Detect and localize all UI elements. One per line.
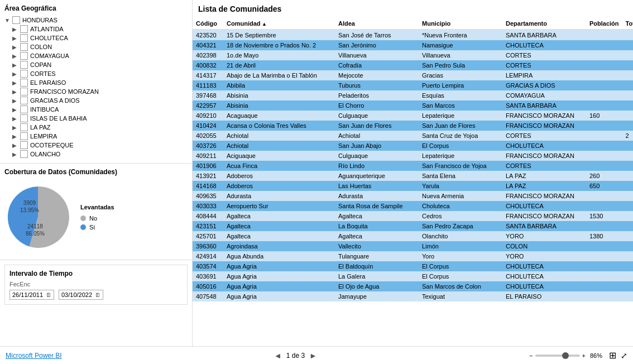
communities-table-container[interactable]: Código Comunidad Aldea Municipio Departa… bbox=[193, 18, 633, 346]
tree-item-la-paz[interactable]: ▶ LA PAZ bbox=[12, 123, 188, 132]
table-row[interactable]: 408444 Agalteca Agalteca Cedros FRANCISC… bbox=[193, 211, 633, 221]
tree-checkbox-item[interactable] bbox=[20, 141, 28, 149]
tree-item-el-paraiso[interactable]: ▶ EL PARAISO bbox=[12, 78, 188, 87]
col-departamento[interactable]: Departamento bbox=[502, 18, 586, 30]
table-row[interactable]: 402055 Achiotal Achiotal Santa Cruz de Y… bbox=[193, 131, 633, 141]
col-aldea[interactable]: Aldea bbox=[335, 18, 419, 30]
calendar-from-icon[interactable]: 🗓 bbox=[46, 292, 51, 298]
table-row[interactable]: 401906 Acua Finca Río Lindo San Francisc… bbox=[193, 161, 633, 171]
table-row[interactable]: 423520 15 De Septiembre San José de Tarr… bbox=[193, 30, 633, 40]
tree-checkbox-item[interactable] bbox=[20, 43, 28, 51]
tree-item-olancho[interactable]: ▶ OLANCHO bbox=[12, 150, 188, 159]
power-bi-link[interactable]: Microsoft Power BI bbox=[6, 352, 62, 360]
table-row[interactable]: 403691 Agua Agria La Galera El Corpus CH… bbox=[193, 271, 633, 281]
tree-item-atlantida[interactable]: ▶ ATLANTIDA bbox=[12, 25, 188, 33]
tree-checkbox-item[interactable] bbox=[20, 106, 28, 113]
tree-label-item: COMAYAGUA bbox=[30, 52, 69, 59]
table-row[interactable]: 413921 Adoberos Aguanqueterique Santa El… bbox=[193, 171, 633, 181]
table-row[interactable]: 414168 Adoberos Las Huertas Yarula LA PA… bbox=[193, 181, 633, 191]
date-from-input[interactable]: 26/11/2011 🗓 bbox=[9, 290, 54, 300]
cell-departamento: LA PAZ bbox=[502, 181, 586, 191]
tree-checkbox-item[interactable] bbox=[20, 97, 28, 104]
table-row[interactable]: 405016 Agua Agria El Ojo de Agua San Mar… bbox=[193, 281, 633, 291]
tree-item-colon[interactable]: ▶ COLON bbox=[12, 42, 188, 51]
table-row[interactable]: 410424 Acansa o Colonia Tres Valles San … bbox=[193, 121, 633, 131]
expand-icon[interactable]: ⊞ bbox=[609, 350, 616, 361]
tree-item-cortes[interactable]: ▶ CORTES bbox=[12, 69, 188, 78]
cell-aldea: Cofradía bbox=[335, 60, 419, 70]
tree-checkbox-item[interactable] bbox=[20, 34, 28, 42]
col-comunidad[interactable]: Comunidad bbox=[223, 18, 335, 30]
cell-codigo: 397468 bbox=[193, 90, 223, 100]
col-poblacion[interactable]: Población bbox=[586, 18, 622, 30]
table-row[interactable]: 414317 Abajo de La Marimba o El Tablón M… bbox=[193, 70, 633, 80]
tree-checkbox-item[interactable] bbox=[20, 52, 28, 60]
tree-checkbox-item[interactable] bbox=[20, 25, 28, 33]
zoom-slider[interactable] bbox=[535, 355, 580, 357]
cell-comunidad: Agua Agria bbox=[223, 291, 335, 301]
tree-item-gracias-a-dios[interactable]: ▶ GRACIAS A DIOS bbox=[12, 96, 188, 105]
calendar-to-icon[interactable]: 🗓 bbox=[95, 292, 100, 298]
table-row[interactable]: 403033 Aeropuerto Sur Santa Rosa de Samp… bbox=[193, 201, 633, 211]
table-row[interactable]: 396360 Agroindasa Vallecito Limón COLON bbox=[193, 241, 633, 251]
cell-poblacion bbox=[586, 251, 622, 261]
tree-item-copan[interactable]: ▶ COPAN bbox=[12, 60, 188, 69]
table-row[interactable]: 425701 Agalteca Agalteca Olanchito YORO … bbox=[193, 231, 633, 241]
cell-departamento: FRANCISCO MORAZAN bbox=[502, 211, 586, 221]
tree-checkbox-item[interactable] bbox=[20, 61, 28, 69]
col-municipio[interactable]: Municipio bbox=[419, 18, 502, 30]
prev-page-btn[interactable]: ◄ bbox=[274, 351, 282, 360]
table-row[interactable]: 403574 Agua Agria El Baldoquín El Corpus… bbox=[193, 261, 633, 271]
cell-poblacion bbox=[586, 191, 622, 201]
cell-codigo: 414317 bbox=[193, 70, 223, 80]
next-page-btn[interactable]: ► bbox=[309, 351, 317, 360]
zoom-plus-btn[interactable]: + bbox=[582, 352, 586, 359]
tree-root-honduras[interactable]: ▼ HONDURAS bbox=[4, 16, 188, 25]
cell-municipio: El Corpus bbox=[419, 271, 502, 281]
tree-item-choluteca[interactable]: ▶ CHOLUTECA bbox=[12, 33, 188, 42]
tree-checkbox-honduras[interactable] bbox=[12, 16, 20, 24]
date-to-input[interactable]: 03/10/2022 🗓 bbox=[59, 290, 103, 300]
table-row[interactable]: 404321 18 de Noviembre o Prados No. 2 Sa… bbox=[193, 40, 633, 50]
tree-checkbox-item[interactable] bbox=[20, 79, 28, 87]
table-row[interactable]: 403726 Achiotal San Juan Abajo El Corpus… bbox=[193, 141, 633, 151]
table-row[interactable]: 424914 Agua Abunda Tulanguare Yoro YORO bbox=[193, 251, 633, 261]
table-row[interactable]: 411183 Abibila Tuburus Puerto Lempira GR… bbox=[193, 80, 633, 90]
table-row[interactable]: 409210 Acaguaque Culguaque Lepaterique F… bbox=[193, 111, 633, 121]
table-row[interactable]: 423151 Agalteca La Boquita San Pedro Zac… bbox=[193, 221, 633, 231]
tree-arrow-item: ▶ bbox=[12, 26, 20, 32]
cell-tot bbox=[622, 231, 633, 241]
cell-poblacion bbox=[586, 261, 622, 271]
tree-checkbox-item[interactable] bbox=[20, 132, 28, 140]
table-row[interactable]: 409211 Aciguaque Culguaque Lepaterique F… bbox=[193, 151, 633, 161]
tree-item-intibuca[interactable]: ▶ INTIBUCA bbox=[12, 105, 188, 114]
col-codigo[interactable]: Código bbox=[193, 18, 223, 30]
tree-item-ocotepeque[interactable]: ▶ OCOTEPEQUE bbox=[12, 141, 188, 150]
tree-item-comayagua[interactable]: ▶ COMAYAGUA bbox=[12, 51, 188, 60]
cell-tot bbox=[622, 30, 633, 40]
tree-checkbox-item[interactable] bbox=[20, 88, 28, 95]
table-row[interactable]: 400832 21 de Abril Cofradía San Pedro Su… bbox=[193, 60, 633, 70]
table-row[interactable]: 407548 Agua Agria Jamayupe Texiguat EL P… bbox=[193, 291, 633, 301]
table-row[interactable]: 402398 1o.de Mayo Villanueva Villanueva … bbox=[193, 50, 633, 60]
col-tot[interactable]: Tot bbox=[622, 18, 633, 30]
cell-poblacion bbox=[586, 151, 622, 161]
cell-poblacion: 260 bbox=[586, 171, 622, 181]
table-row[interactable]: 422957 Abisinia El Chorro San Marcos SAN… bbox=[193, 100, 633, 111]
tree-item-francisco-morazan[interactable]: ▶ FRANCISCO MORAZAN bbox=[12, 87, 188, 96]
table-row[interactable]: 397468 Abisinia Peladeritos Esquías COMA… bbox=[193, 90, 633, 100]
tree-item-lempira[interactable]: ▶ LEMPIRA bbox=[12, 132, 188, 141]
tree-checkbox-item[interactable] bbox=[20, 150, 28, 158]
cell-aldea: El Chorro bbox=[335, 100, 419, 111]
table-row[interactable]: 409635 Adurasta Adurasta Nueva Armenia F… bbox=[193, 191, 633, 201]
cell-tot bbox=[622, 70, 633, 80]
cell-tot bbox=[622, 281, 633, 291]
cell-poblacion bbox=[586, 271, 622, 281]
fullscreen-icon[interactable]: ⤢ bbox=[621, 351, 627, 360]
zoom-minus-btn[interactable]: − bbox=[529, 352, 533, 359]
tree-item-islas-de-la-bahia[interactable]: ▶ ISLAS DE LA BAHIA bbox=[12, 114, 188, 123]
zoom-thumb[interactable] bbox=[562, 352, 569, 359]
tree-checkbox-item[interactable] bbox=[20, 70, 28, 78]
tree-checkbox-item[interactable] bbox=[20, 123, 28, 131]
tree-checkbox-item[interactable] bbox=[20, 114, 28, 122]
